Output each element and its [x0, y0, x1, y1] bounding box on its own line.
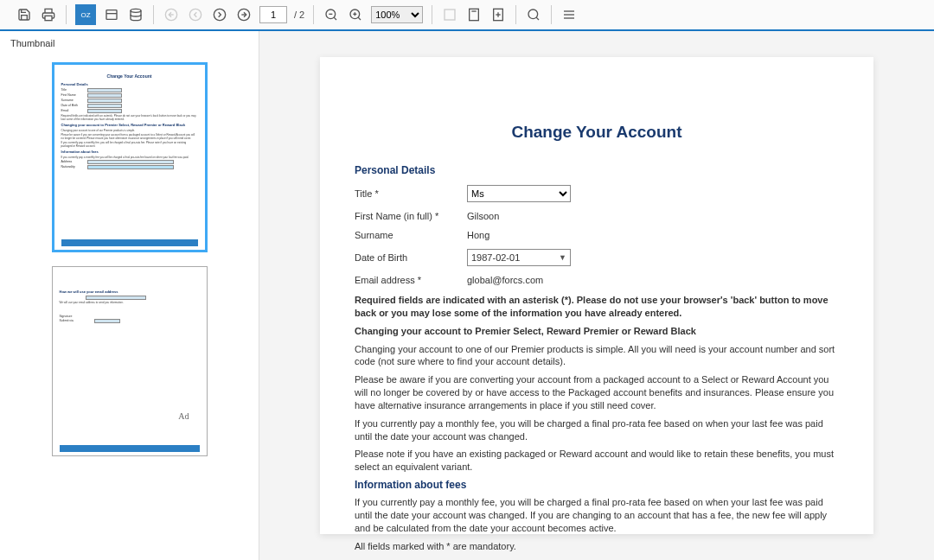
sidebar-title: Thumbnail — [0, 31, 259, 55]
para-changing-title: Changing your account to Premier Select,… — [355, 325, 839, 338]
section-fees: Information about fees — [355, 479, 839, 491]
svg-point-3 — [131, 9, 141, 12]
thumbnail-page-2[interactable]: How we will use your email address We wi… — [52, 266, 208, 456]
page-number-input[interactable] — [259, 6, 287, 23]
surname-value: Hong — [467, 230, 489, 240]
document-page: Change Your Account Personal Details Tit… — [320, 57, 873, 534]
save-icon[interactable] — [16, 6, 33, 23]
dob-select[interactable]: 1987-02-01 ▼ — [467, 249, 571, 266]
zoom-out-icon[interactable] — [323, 6, 340, 23]
database-icon[interactable] — [127, 6, 144, 23]
para-required: Required fields are indicated with an as… — [355, 294, 839, 320]
field-first-name: First Name (in full) * Gilsoon — [355, 211, 839, 221]
svg-point-7 — [214, 9, 225, 20]
last-page-icon[interactable] — [235, 6, 253, 23]
app-logo-icon[interactable]: OZ — [75, 4, 96, 25]
page-title: Change Your Account — [355, 123, 839, 142]
first-name-value: Gilsoon — [467, 211, 499, 221]
para-changing-3: If you currently pay a monthly fee, you … — [355, 417, 839, 443]
field-dob: Date of Birth 1987-02-01 ▼ — [355, 249, 839, 266]
add-page-icon[interactable] — [489, 6, 507, 23]
svg-point-22 — [528, 10, 538, 19]
para-changing-2: Please be aware if you are converting yo… — [355, 373, 839, 412]
fit-width-icon[interactable] — [441, 6, 458, 23]
email-value: global@forcs.com — [467, 275, 543, 285]
search-icon[interactable] — [525, 6, 542, 23]
toolbar: OZ / 2 100% — [0, 0, 934, 31]
svg-point-6 — [189, 9, 201, 20]
thumbnail-sidebar: Thumbnail Change Your Account Personal D… — [0, 31, 259, 560]
svg-line-14 — [358, 17, 361, 20]
next-page-icon[interactable] — [211, 6, 228, 23]
print-icon[interactable] — [40, 6, 57, 23]
svg-rect-0 — [45, 16, 52, 20]
para-fees: If you currently pay a monthly fee, you … — [355, 496, 839, 535]
svg-line-11 — [334, 17, 336, 20]
para-changing-4: Please note if you have an existing pack… — [355, 448, 839, 474]
field-surname: Surname Hong — [355, 230, 839, 240]
thumbnail-list: Change Your Account Personal Details Tit… — [0, 55, 259, 557]
chevron-down-icon: ▼ — [559, 253, 566, 262]
page-total: / 2 — [294, 10, 304, 20]
zoom-select[interactable]: 100% — [371, 6, 423, 23]
main: Thumbnail Change Your Account Personal D… — [0, 31, 934, 560]
form-icon[interactable] — [103, 6, 120, 23]
para-changing-1: Changing your account to one of our Prem… — [355, 343, 839, 369]
svg-rect-1 — [106, 10, 117, 20]
menu-icon[interactable] — [560, 6, 578, 23]
title-select[interactable]: Ms — [467, 185, 571, 202]
prev-page-icon[interactable] — [187, 6, 204, 23]
fit-page-icon[interactable] — [465, 6, 483, 23]
section-personal-details: Personal Details — [355, 164, 839, 176]
thumbnail-page-1[interactable]: Change Your Account Personal Details Tit… — [52, 62, 208, 252]
svg-rect-18 — [470, 9, 479, 20]
field-title: Title * Ms — [355, 185, 839, 202]
field-email: Email address * global@forcs.com — [355, 275, 839, 285]
zoom-in-icon[interactable] — [347, 6, 364, 23]
svg-rect-17 — [445, 10, 455, 20]
para-mandatory: All fields marked with * are mandatory. — [355, 540, 839, 553]
first-page-icon[interactable] — [163, 6, 180, 23]
document-viewer[interactable]: Change Your Account Personal Details Tit… — [259, 31, 934, 560]
svg-line-23 — [536, 17, 539, 20]
